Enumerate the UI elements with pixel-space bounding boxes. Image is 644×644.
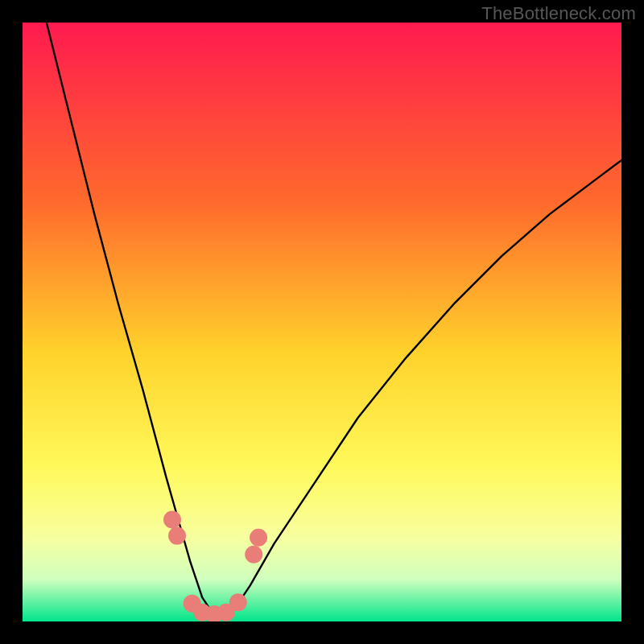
data-marker (229, 593, 247, 611)
data-marker (245, 546, 262, 564)
bottleneck-curve-svg (23, 23, 621, 621)
data-marker (168, 527, 186, 545)
data-marker (163, 511, 181, 529)
plot-area (23, 23, 621, 621)
data-marker (250, 529, 267, 547)
chart-frame: TheBottleneck.com (0, 0, 644, 644)
watermark-text: TheBottleneck.com (481, 3, 636, 24)
marker-group (163, 511, 267, 622)
bottleneck-curve (47, 23, 621, 616)
